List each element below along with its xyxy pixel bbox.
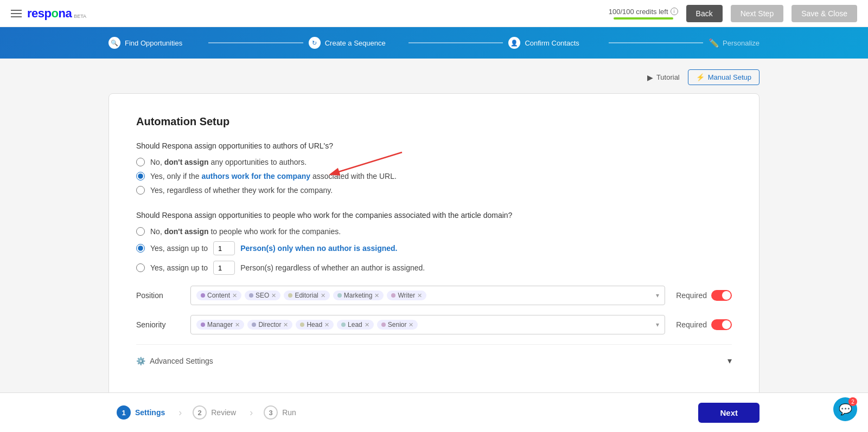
credits-display: 100/100 credits left i [609, 8, 678, 20]
advanced-settings-left: ⚙️ Advanced Settings [136, 357, 213, 365]
position-required-label: Required [676, 291, 707, 300]
seniority-dropdown-arrow[interactable]: ▾ [656, 321, 659, 328]
tag-writer[interactable]: Writer ✕ [387, 291, 426, 300]
person-count-1[interactable] [213, 241, 235, 255]
steps-navigation: 1 Settings › 2 Review › 3 Run [108, 401, 307, 415]
option-yes-company-label: Yes, only if the authors work for the co… [150, 172, 397, 180]
lightning-icon: ⚡ [696, 73, 705, 81]
logo: respona BETA [27, 7, 86, 21]
wizard-inner: 🔍 Find Opportunities ↻ Create a Sequence… [0, 27, 868, 59]
automation-setup-card: Automation Setup Should Respona assign o… [108, 93, 760, 404]
step-run-circle: 3 [264, 405, 278, 415]
seniority-required-label: Required [676, 320, 707, 329]
header-left: respona BETA [11, 7, 86, 21]
confirm-contacts-label: Confirm Contacts [525, 39, 579, 47]
position-tag-input[interactable]: Content ✕ SEO ✕ Editorial ✕ Marketing ✕ … [190, 286, 665, 305]
tutorial-button[interactable]: ▶ Tutorial [647, 73, 680, 82]
position-dropdown-arrow[interactable]: ▾ [656, 292, 659, 299]
chat-badge: 2 [848, 397, 857, 406]
option-no-assign-people-label: No, don't assign to people who work for … [150, 227, 341, 236]
next-button[interactable]: Next [698, 403, 760, 416]
header: respona BETA 100/100 credits left i Back… [0, 0, 868, 27]
find-opportunities-label: Find Opportunities [125, 39, 182, 47]
credits-bar-fill [614, 17, 673, 20]
radio-yes-no-author[interactable] [136, 244, 145, 253]
option-yes-regardless-label: Yes, regardless of whether they work for… [150, 186, 333, 195]
radio-yes-regardless[interactable] [136, 186, 145, 195]
wizard-bar: 🔍 Find Opportunities ↻ Create a Sequence… [0, 27, 868, 59]
manual-setup-label: Manual Setup [708, 73, 751, 81]
next-step-button[interactable]: Next Step [731, 5, 783, 22]
gear-icon: ⚙️ [136, 357, 145, 365]
person-count-2[interactable] [213, 261, 235, 275]
personalize-label: Personalize [723, 39, 760, 47]
advanced-settings-row[interactable]: ⚙️ Advanced Settings ▾ [136, 344, 732, 366]
tag-manager[interactable]: Manager ✕ [196, 320, 244, 330]
section2-question: Should Respona assign opportunities to p… [136, 211, 732, 220]
logo-beta: BETA [74, 14, 86, 19]
tag-seo[interactable]: SEO ✕ [245, 291, 280, 300]
play-icon: ▶ [647, 73, 653, 82]
seniority-tag-input[interactable]: Manager ✕ Director ✕ Head ✕ Lead ✕ Senio… [190, 315, 665, 334]
radio-yes-regardless-author[interactable] [136, 263, 145, 272]
step-run-label: Run [282, 408, 296, 415]
option-yes-no-author-label: Yes, assign up to Person(s) only when no… [150, 241, 398, 255]
step-arrow-1: › [178, 407, 182, 416]
step-run[interactable]: 3 Run [256, 401, 307, 415]
seniority-label: Seniority [136, 320, 180, 329]
step-arrow-2: › [250, 407, 253, 416]
hamburger-menu[interactable] [11, 10, 22, 17]
option-yes-company[interactable]: Yes, only if the authors work for the co… [136, 172, 732, 180]
advanced-settings-label: Advanced Settings [150, 357, 213, 365]
wizard-step-create-sequence[interactable]: ↻ Create a Sequence [309, 37, 403, 49]
tag-director[interactable]: Director ✕ [247, 320, 292, 330]
tag-editorial[interactable]: Editorial ✕ [284, 291, 329, 300]
chevron-down-icon: ▾ [727, 356, 732, 366]
radio-no-assign-people[interactable] [136, 227, 145, 236]
step-settings[interactable]: 1 Settings [108, 401, 176, 415]
wizard-line-1 [208, 42, 303, 43]
section-companies: Should Respona assign opportunities to p… [136, 211, 732, 366]
seniority-row: Seniority Manager ✕ Director ✕ Head ✕ Le… [136, 315, 732, 334]
tag-lead[interactable]: Lead ✕ [337, 320, 374, 330]
tag-marketing[interactable]: Marketing ✕ [333, 291, 384, 300]
wizard-step-confirm-contacts[interactable]: 👤 Confirm Contacts [508, 37, 603, 49]
tutorial-label: Tutorial [656, 73, 680, 81]
confirm-contacts-icon: 👤 [508, 37, 520, 49]
radio-yes-company[interactable] [136, 172, 145, 180]
save-close-button[interactable]: Save & Close [792, 5, 857, 22]
manual-setup-button[interactable]: ⚡ Manual Setup [688, 69, 760, 85]
wizard-line-3 [609, 42, 703, 43]
section1-options: No, don't assign any opportunities to au… [136, 158, 732, 195]
option-yes-regardless-author-label: Yes, assign up to Person(s) regardless o… [150, 261, 425, 275]
option-yes-regardless[interactable]: Yes, regardless of whether they work for… [136, 186, 732, 195]
position-row: Position Content ✕ SEO ✕ Editorial ✕ Mar… [136, 286, 732, 305]
option-yes-no-author[interactable]: Yes, assign up to Person(s) only when no… [136, 241, 732, 255]
step-review[interactable]: 2 Review [184, 401, 247, 415]
position-required-container: Required [676, 290, 732, 301]
tag-content[interactable]: Content ✕ [196, 291, 241, 300]
create-sequence-label: Create a Sequence [325, 39, 386, 47]
section1-question: Should Respona assign opportunities to a… [136, 141, 732, 150]
card-title: Automation Setup [136, 115, 732, 128]
option-no-assign[interactable]: No, don't assign any opportunities to au… [136, 158, 732, 166]
wizard-step-find-opportunities[interactable]: 🔍 Find Opportunities [108, 37, 203, 49]
option-no-assign-people[interactable]: No, don't assign to people who work for … [136, 227, 732, 236]
find-opportunities-icon: 🔍 [108, 37, 120, 49]
credits-info-icon[interactable]: i [671, 8, 678, 15]
logo-text: respona [27, 7, 72, 21]
section-authors: Should Respona assign opportunities to a… [136, 141, 732, 195]
wizard-step-personalize[interactable]: ✏️ Personalize [709, 38, 760, 48]
position-label: Position [136, 291, 180, 300]
tag-senior[interactable]: Senior ✕ [377, 320, 418, 330]
option-yes-regardless-author[interactable]: Yes, assign up to Person(s) regardless o… [136, 261, 732, 275]
credits-info: 100/100 credits left i [609, 8, 678, 16]
radio-no-assign[interactable] [136, 158, 145, 166]
back-button[interactable]: Back [686, 5, 723, 22]
main-content: ▶ Tutorial ⚡ Manual Setup Automation Set… [0, 59, 868, 415]
seniority-required-toggle[interactable] [711, 319, 732, 330]
tag-head[interactable]: Head ✕ [296, 320, 334, 330]
credits-bar [614, 17, 673, 20]
position-required-toggle[interactable] [711, 290, 732, 301]
chat-bubble[interactable]: 💬 2 [833, 397, 857, 415]
